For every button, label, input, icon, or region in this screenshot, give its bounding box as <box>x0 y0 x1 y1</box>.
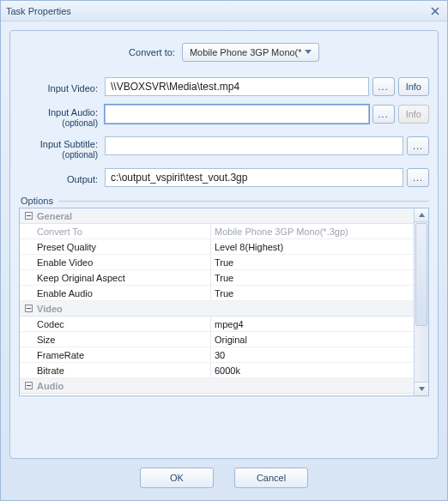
task-properties-window: Task Properties Convert to: Mobile Phone… <box>0 0 448 501</box>
input-video-row: Input Video: ... Info <box>19 77 429 96</box>
row-convert-to[interactable]: Convert To Mobile Phone 3GP Mono(*.3gp) <box>20 224 414 239</box>
section-video: Video <box>20 301 414 317</box>
input-audio-browse-button[interactable]: ... <box>372 105 395 124</box>
main-panel: Convert to: Mobile Phone 3GP Mono(*.3g I… <box>9 30 439 459</box>
footer-buttons: OK Cancel <box>1 468 447 488</box>
titlebar: Task Properties <box>1 1 447 21</box>
input-subtitle-field[interactable] <box>105 136 403 155</box>
row-preset-quality[interactable]: Preset Quality Level 8(Highest) <box>20 239 414 255</box>
row-framerate[interactable]: FrameRate 30 <box>20 347 414 363</box>
ok-button[interactable]: OK <box>140 468 214 488</box>
input-audio-label: Input Audio: (optional) <box>19 105 105 128</box>
row-keep-aspect[interactable]: Keep Original Aspect True <box>20 270 414 286</box>
options-grid: General Convert To Mobile Phone 3GP Mono… <box>19 208 429 396</box>
convert-to-label: Convert to: <box>129 47 182 57</box>
input-video-field[interactable] <box>105 77 369 96</box>
row-enable-audio[interactable]: Enable Audio True <box>20 286 414 301</box>
scroll-down-icon[interactable] <box>415 382 428 395</box>
row-codec[interactable]: Codec mpeg4 <box>20 317 414 332</box>
chevron-down-icon <box>301 45 315 59</box>
row-bitrate[interactable]: Bitrate 6000k <box>20 363 414 378</box>
input-audio-field[interactable] <box>105 105 369 124</box>
scroll-thumb[interactable] <box>415 223 427 326</box>
input-video-label: Input Video: <box>19 81 105 94</box>
input-audio-row: Input Audio: (optional) ... Info <box>19 105 429 128</box>
collapse-icon[interactable] <box>22 303 34 315</box>
collapse-icon[interactable] <box>22 210 34 222</box>
options-grid-body: General Convert To Mobile Phone 3GP Mono… <box>20 208 414 395</box>
input-subtitle-row: Input Subtitle: (optional) ... <box>19 136 429 160</box>
input-video-info-button[interactable]: Info <box>398 77 429 96</box>
input-audio-info-button: Info <box>398 105 429 124</box>
close-icon[interactable] <box>428 4 442 18</box>
window-title: Task Properties <box>6 6 71 16</box>
scroll-up-icon[interactable] <box>415 208 428 222</box>
input-subtitle-browse-button[interactable]: ... <box>407 136 429 155</box>
output-field[interactable] <box>105 168 403 187</box>
row-size[interactable]: Size Original <box>20 332 414 347</box>
convert-to-row: Convert to: Mobile Phone 3GP Mono(*.3g <box>19 43 429 62</box>
divider <box>58 201 429 202</box>
input-subtitle-label: Input Subtitle: (optional) <box>19 136 105 160</box>
input-video-browse-button[interactable]: ... <box>372 77 395 96</box>
cancel-button[interactable]: Cancel <box>234 468 308 488</box>
convert-to-dropdown[interactable]: Mobile Phone 3GP Mono(*.3g <box>182 43 319 62</box>
options-label: Options <box>21 196 429 206</box>
collapse-icon[interactable] <box>22 380 34 392</box>
output-row: Output: ... <box>19 168 429 187</box>
output-browse-button[interactable]: ... <box>407 168 429 187</box>
convert-to-value: Mobile Phone 3GP Mono(*.3g <box>190 47 301 57</box>
section-general: General <box>20 208 414 224</box>
section-audio: Audio <box>20 378 414 394</box>
row-enable-video[interactable]: Enable Video True <box>20 255 414 270</box>
scrollbar[interactable] <box>414 208 428 395</box>
output-label: Output: <box>19 172 105 184</box>
